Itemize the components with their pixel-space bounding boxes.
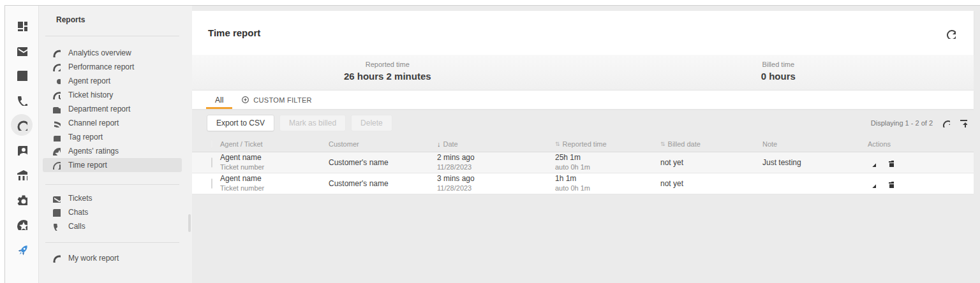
- sidebar-item-time-report[interactable]: Time report: [43, 158, 182, 172]
- delete-button[interactable]: Delete: [351, 115, 392, 131]
- sidebar-item-analytics-overview[interactable]: Analytics overview: [43, 46, 182, 60]
- settings-gear-icon: [16, 194, 27, 205]
- rail-item-reports[interactable]: [5, 112, 38, 137]
- rail-item-tickets[interactable]: [5, 38, 38, 62]
- column-header-date[interactable]: Date: [443, 140, 458, 148]
- rail-item-calls[interactable]: [5, 87, 38, 112]
- reported-auto: auto 0h 1m: [555, 184, 660, 193]
- reported-time-value: 26 hours 2 minutes: [192, 71, 583, 82]
- actions-cell: [868, 180, 974, 188]
- rail-item-addons[interactable]: [5, 212, 38, 236]
- tab-all[interactable]: All: [206, 91, 232, 109]
- table-refresh-button[interactable]: [940, 118, 950, 127]
- column-header-customer[interactable]: Customer: [329, 140, 359, 148]
- refresh-icon: [940, 118, 950, 127]
- row-checkbox[interactable]: [211, 178, 212, 189]
- reports-ring-icon: [16, 119, 27, 131]
- edit-button[interactable]: [868, 159, 876, 167]
- export-csv-button[interactable]: Export to CSV: [207, 115, 274, 131]
- sidebar-item-my-work-report[interactable]: My work report: [43, 251, 182, 265]
- sidebar-item-calls[interactable]: Calls: [43, 219, 182, 233]
- tab-custom-filter[interactable]: CUSTOM FILTER: [232, 91, 321, 109]
- sidebar-item-label: Time report: [68, 161, 107, 170]
- column-header-actions: Actions: [868, 140, 891, 148]
- sidebar-item-label: Chats: [68, 208, 88, 217]
- rail-item-academy[interactable]: [5, 162, 38, 187]
- upgrade-rocket-icon: [15, 243, 28, 256]
- timelapse-icon: [52, 161, 61, 170]
- date-absolute: 11/28/2023: [437, 184, 555, 193]
- reported-value: 25h 1m: [555, 153, 660, 163]
- sidebar-item-tickets[interactable]: Tickets: [43, 191, 182, 205]
- delete-row-button[interactable]: [886, 180, 894, 188]
- date-relative: 2 mins ago: [437, 153, 555, 163]
- tab-label: All: [215, 96, 223, 105]
- reported-time-cell: 1h 1m auto 0h 1m: [555, 174, 660, 193]
- chat-icon: [52, 208, 61, 217]
- ring-icon: [52, 254, 61, 263]
- sidebar-item-label: Tag report: [68, 133, 103, 142]
- sidebar-item-ticket-history[interactable]: Ticket history: [43, 88, 182, 102]
- sidebar-item-agent-report[interactable]: Agent report: [43, 74, 182, 88]
- agent-ticket-cell: Agent name Ticket number: [220, 174, 329, 193]
- refresh-icon: [944, 27, 956, 39]
- page-header: Time report: [192, 11, 974, 55]
- date-absolute: 11/28/2023: [437, 163, 555, 172]
- row-checkbox[interactable]: [211, 157, 212, 168]
- sidebar-item-label: Ticket history: [68, 91, 113, 99]
- date-relative: 3 mins ago: [437, 174, 555, 184]
- sidebar-item-performance-report[interactable]: Performance report: [43, 60, 182, 74]
- sidebar-item-channel-report[interactable]: Channel report: [43, 116, 182, 130]
- ticket-number[interactable]: Ticket number: [220, 184, 329, 193]
- rail-item-chats[interactable]: [5, 62, 38, 87]
- rail-item-contacts[interactable]: [5, 137, 38, 162]
- table-header-row: Agent / Ticket Customer ↓Date ⇅Reported …: [192, 136, 974, 152]
- sidebar-item-label: Analytics overview: [68, 48, 131, 57]
- ticket-number[interactable]: Ticket number: [220, 163, 329, 172]
- chat-icon: [16, 69, 27, 81]
- column-header-agent-ticket[interactable]: Agent / Ticket: [220, 140, 263, 148]
- edit-button[interactable]: [868, 180, 876, 188]
- rail-item-upgrade[interactable]: [5, 236, 38, 261]
- reports-sidebar: Reports Analytics overview Performance r…: [38, 6, 192, 283]
- column-header-reported-time[interactable]: Reported time: [563, 140, 607, 148]
- billed-date-cell: not yet: [660, 158, 762, 167]
- mark-as-billed-button[interactable]: Mark as billed: [279, 115, 346, 131]
- select-all-checkbox[interactable]: [211, 140, 212, 149]
- agent-name: Agent name: [220, 153, 329, 163]
- filter-tabs: All CUSTOM FILTER: [192, 91, 974, 109]
- academy-bank-icon: [16, 169, 27, 180]
- icon-rail: [5, 6, 38, 283]
- sidebar-divider: [45, 242, 179, 243]
- scroll-top-button[interactable]: [958, 118, 967, 127]
- delete-row-button[interactable]: [886, 159, 894, 167]
- billed-time-value: 0 hours: [583, 71, 974, 82]
- agent-ticket-cell: Agent name Ticket number: [220, 153, 329, 172]
- table-row: Agent name Ticket number Customer's name…: [192, 152, 974, 173]
- sidebar-item-label: Agent report: [68, 76, 110, 85]
- sidebar-divider: [45, 184, 179, 185]
- sidebar-item-label: Channel report: [68, 119, 119, 127]
- sidebar-divider: [45, 36, 179, 36]
- customer-name: Customer's name: [329, 158, 437, 168]
- footer-nav-list: My work report: [39, 251, 192, 265]
- sidebar-title: Reports: [39, 15, 192, 28]
- report-nav-list: Analytics overview Performance report Ag…: [39, 46, 192, 172]
- dashboard-icon: [16, 20, 27, 31]
- sidebar-scrollbar[interactable]: [188, 214, 191, 232]
- column-header-billed-date[interactable]: Billed date: [668, 140, 701, 148]
- sidebar-item-chats[interactable]: Chats: [43, 205, 182, 219]
- channel-nav-list: Tickets Chats Calls: [39, 191, 192, 233]
- gauge-icon: [52, 62, 61, 71]
- scroll-top-icon: [958, 118, 967, 127]
- sidebar-item-agents-ratings[interactable]: Agents' ratings: [43, 144, 182, 158]
- sidebar-item-department-report[interactable]: Department report: [43, 102, 182, 116]
- rail-item-settings[interactable]: [5, 187, 38, 212]
- refresh-button[interactable]: [944, 27, 956, 39]
- sidebar-item-tag-report[interactable]: Tag report: [43, 130, 182, 144]
- active-halo: [11, 114, 33, 136]
- trash-icon: [886, 180, 894, 188]
- sort-icon: ⇅: [660, 141, 665, 147]
- rail-item-dashboard[interactable]: [5, 13, 38, 38]
- reported-time-summary: Reported time 26 hours 2 minutes: [192, 55, 583, 90]
